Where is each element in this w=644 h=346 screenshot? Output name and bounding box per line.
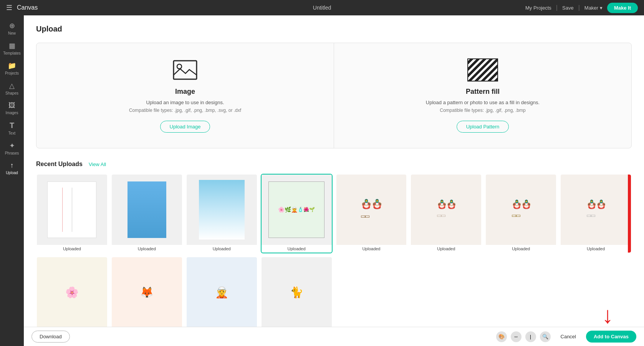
upload-label-5: Uploaded <box>336 245 407 253</box>
upload-label-6: Uploaded <box>411 245 481 253</box>
sidebar: ⊕ New ▦ Templates 📁 Projects △ Shapes 🖼 … <box>0 15 24 346</box>
main-content: Upload Image Upload an image to use in d… <box>24 15 644 346</box>
upload-thumb-12: 🐈 ••• <box>262 257 332 328</box>
view-all-link[interactable]: View All <box>89 161 106 167</box>
thumb-brown-dolls: 🪆🪆▭▭ <box>361 199 382 220</box>
upload-options: Image Upload an image to use in designs.… <box>36 43 632 148</box>
maker-chevron-icon: ▾ <box>600 5 603 11</box>
thumb-grey-dolls: 🪆🪆▭▭ <box>586 200 606 220</box>
download-button[interactable]: Download <box>31 331 70 343</box>
pattern-card-desc: Upload a pattern or photo to use as a fi… <box>426 100 540 105</box>
thumb-fox: 🦊 <box>140 286 154 299</box>
upload-thumb-7: 🪆🪆▭▭ ••• <box>486 175 556 245</box>
bottom-icon-2[interactable]: ↔ <box>511 331 521 342</box>
upload-item-4[interactable]: 🌸🌿🧝 🧴🌺🌱 ••• Uploaded <box>261 174 333 253</box>
sidebar-label-images: Images <box>6 111 18 115</box>
image-card-desc: Upload an image to use in designs. <box>146 100 224 105</box>
sidebar-label-text: Text <box>8 131 15 135</box>
maker-dropdown[interactable]: Maker ▾ <box>584 5 603 11</box>
sidebar-label-templates: Templates <box>3 51 21 55</box>
upload-thumb-5: 🪆🪆▭▭ ••• <box>336 175 407 245</box>
scroll-indicator <box>628 175 631 253</box>
image-card-title: Image <box>175 88 195 96</box>
pattern-card-icon <box>467 58 498 82</box>
upload-thumb-4: 🌸🌿🧝 🧴🌺🌱 ••• <box>262 175 332 245</box>
upload-thumb-3: ••• <box>187 175 257 245</box>
save-link[interactable]: Save <box>562 5 574 11</box>
thumb-garden-content: 🌸🌿🧝 🧴🌺🌱 <box>268 181 324 238</box>
upload-thumb-10: 🦊 ••• <box>112 257 182 328</box>
sidebar-item-templates[interactable]: ▦ Templates <box>0 38 24 58</box>
upload-item-7[interactable]: 🪆🪆▭▭ ••• Uploaded <box>485 174 557 253</box>
image-upload-card: Image Upload an image to use in designs.… <box>36 43 334 148</box>
images-icon: 🖼 <box>8 101 15 110</box>
upload-grid: ••• Uploaded ••• Uploaded ••• Uploaded <box>36 174 632 253</box>
upload-label-3: Uploaded <box>187 245 257 253</box>
upload-grid-row2: 🌸 ••• 🦊 ••• 🧝 ••• 🐈 ••• <box>36 256 632 331</box>
sidebar-label-upload: Upload <box>6 171 18 175</box>
text-icon: T <box>10 121 14 130</box>
pattern-card-compat: Compatible file types: .jpg, .gif, .png,… <box>440 108 525 113</box>
sidebar-item-projects[interactable]: 📁 Projects <box>0 58 24 78</box>
upload-thumb-6: 🪆🪆▭▭ ••• <box>411 175 481 245</box>
upload-label-8: Uploaded <box>561 245 631 253</box>
make-it-button[interactable]: Make It <box>607 3 638 13</box>
upload-label-4: Uploaded <box>262 245 332 253</box>
pattern-card-title: Pattern fill <box>466 88 500 96</box>
upload-label-1: Uploaded <box>37 245 107 253</box>
upload-thumb-1: ••• <box>37 175 107 245</box>
image-card-icon <box>170 58 200 82</box>
upload-item-8[interactable]: 🪆🪆▭▭ ••• Uploaded <box>560 174 632 253</box>
app-name: Canvas <box>17 4 38 11</box>
my-projects-link[interactable]: My Projects <box>525 5 551 11</box>
document-title[interactable]: Untitled <box>313 5 331 11</box>
sidebar-item-text[interactable]: T Text <box>0 118 24 138</box>
cancel-button[interactable]: Cancel <box>555 331 582 342</box>
upload-thumb-2: ••• <box>112 175 182 245</box>
sidebar-item-phrases[interactable]: ✦ Phrases <box>0 138 24 158</box>
upload-item-10[interactable]: 🦊 ••• <box>111 256 183 331</box>
upload-item-6[interactable]: 🪆🪆▭▭ ••• Uploaded <box>410 174 482 253</box>
sidebar-item-images[interactable]: 🖼 Images <box>0 98 24 118</box>
upload-pattern-button[interactable]: Upload Pattern <box>457 121 509 133</box>
svg-point-1 <box>177 64 182 69</box>
thumb-brown-dolls2: 🪆🪆▭▭ <box>512 200 531 220</box>
sidebar-item-upload[interactable]: ↑ Upload <box>0 158 24 178</box>
bottom-icon-1[interactable]: 🎨 <box>496 331 507 342</box>
sidebar-item-new[interactable]: ⊕ New <box>0 18 24 38</box>
upload-item-5[interactable]: 🪆🪆▭▭ ••• Uploaded <box>336 174 407 253</box>
upload-item-12[interactable]: 🐈 ••• <box>261 256 333 331</box>
image-icon-svg <box>172 59 199 81</box>
bottom-icon-4[interactable]: 🔍 <box>540 331 551 342</box>
pattern-upload-card: Pattern fill Upload a pattern or photo t… <box>334 43 631 148</box>
upload-label-2: Uploaded <box>112 245 182 253</box>
upload-item-9[interactable]: 🌸 ••• <box>36 256 108 331</box>
projects-icon: 📁 <box>8 62 16 70</box>
sidebar-item-shapes[interactable]: △ Shapes <box>0 78 24 98</box>
upload-thumb-11: 🧝 ••• <box>187 257 257 328</box>
pattern-fill-icon <box>467 58 498 82</box>
upload-item-11[interactable]: 🧝 ••• <box>186 256 258 331</box>
upload-thumb-9: 🌸 ••• <box>37 257 107 328</box>
new-icon: ⊕ <box>9 22 15 30</box>
shapes-icon: △ <box>9 82 15 90</box>
upload-item-2[interactable]: ••• Uploaded <box>111 174 183 253</box>
sidebar-label-shapes: Shapes <box>5 91 18 95</box>
upload-label-7: Uploaded <box>486 245 556 253</box>
phrases-icon: ✦ <box>9 141 15 150</box>
svg-rect-0 <box>174 61 197 79</box>
upload-image-button[interactable]: Upload Image <box>160 121 210 133</box>
upload-icon: ↑ <box>10 161 14 170</box>
bottom-icon-3[interactable]: | <box>525 331 536 342</box>
sidebar-label-projects: Projects <box>5 71 19 75</box>
recent-uploads-header: Recent Uploads View All <box>36 161 632 168</box>
upload-thumb-8: 🪆🪆▭▭ ••• <box>561 175 631 245</box>
hamburger-icon[interactable]: ☰ <box>6 3 12 12</box>
maker-label: Maker <box>584 5 598 11</box>
add-to-canvas-button[interactable]: Add to Canvas <box>586 331 636 343</box>
upload-item-1[interactable]: ••• Uploaded <box>36 174 108 253</box>
page-title: Upload <box>36 25 632 33</box>
thumb-taupe-dolls: 🪆🪆▭▭ <box>437 200 456 220</box>
topbar: ☰ Canvas Untitled My Projects | Save | M… <box>0 0 644 15</box>
upload-item-3[interactable]: ••• Uploaded <box>186 174 258 253</box>
